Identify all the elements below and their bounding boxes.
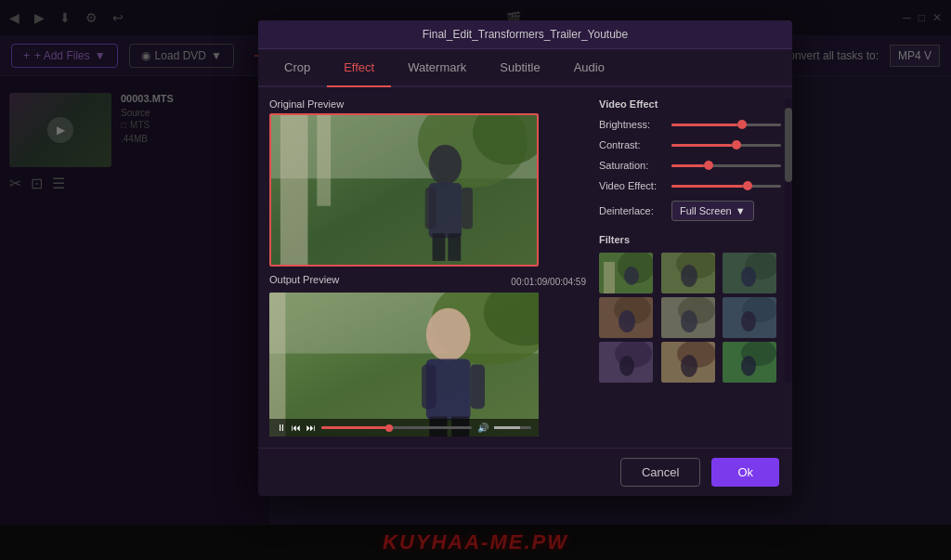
original-preview-label: Original Preview [269,98,586,110]
contrast-row: Contrast: [599,139,781,150]
brightness-label: Brightness: [599,119,666,130]
original-preview-video [269,113,539,267]
tab-audio[interactable]: Audio [557,49,621,85]
saturation-slider[interactable] [671,164,781,167]
pause-button[interactable]: ⏸ [277,423,286,433]
video-effect-thumb[interactable] [743,181,752,190]
filter-thumb-6[interactable] [723,297,776,338]
filters-grid [599,253,781,383]
saturation-label: Saturation: [599,160,666,171]
saturation-thumb[interactable] [704,161,713,170]
svg-rect-9 [462,188,473,228]
deinterlace-value: Full Screen [680,205,732,216]
svg-point-26 [624,267,639,285]
volume-icon[interactable]: 🔊 [477,423,489,433]
video-timestamp: 00:01:09/00:04:59 [511,277,586,287]
output-preview-label: Output Preview [269,274,339,285]
svg-point-17 [426,308,471,361]
volume-fill [494,426,520,429]
progress-thumb [385,424,393,432]
tab-crop[interactable]: Crop [267,49,327,85]
svg-rect-8 [425,188,436,228]
video-effect-title: Video Effect [599,98,781,110]
filter-thumb-5[interactable] [661,297,715,338]
tab-watermark[interactable]: Watermark [391,49,483,85]
svg-rect-19 [422,365,436,410]
filters-section: Filters [599,234,781,383]
output-preview-video: ⏸ ⏮ ⏭ 🔊 [269,293,539,436]
filter-thumb-7[interactable] [599,342,653,383]
filter-thumb-8[interactable] [661,342,715,383]
filter-thumb-9[interactable] [723,342,776,383]
dialog-body: Original Preview [258,87,792,448]
svg-point-32 [741,267,756,287]
preview-panel: Original Preview [269,98,586,436]
scrollbar-track [785,98,792,383]
tab-audio-label: Audio [574,60,605,74]
svg-point-41 [741,311,756,332]
saturation-row: Saturation: [599,160,781,171]
svg-point-38 [681,310,697,332]
output-video-svg [269,293,539,436]
svg-point-47 [681,355,697,377]
svg-rect-14 [269,293,285,436]
svg-rect-25 [604,262,615,293]
scrollbar-thumb[interactable] [785,108,792,182]
tab-watermark-label: Watermark [408,60,466,74]
contrast-label: Contrast: [599,139,666,150]
video-effect-slider[interactable] [671,185,781,188]
filter-thumb-1[interactable] [599,253,653,293]
svg-point-44 [619,356,634,376]
dropdown-arrow-icon: ▼ [736,205,746,216]
deinterlace-row: Deinterlace: Full Screen ▼ [599,201,781,221]
volume-bar[interactable] [494,426,531,429]
filters-title: Filters [599,234,781,245]
brightness-slider[interactable] [671,124,781,126]
tab-subtitle[interactable]: Subtitle [483,49,556,85]
saturation-fill [671,164,704,167]
filter-thumb-2[interactable] [661,253,715,293]
prev-frame-button[interactable]: ⏮ [292,423,301,433]
svg-point-35 [619,310,635,332]
dialog-title: Final_Edit_Transformers_Trailer_Youtube [423,28,628,41]
effect-dialog: Final_Edit_Transformers_Trailer_Youtube … [258,20,792,496]
svg-rect-10 [433,233,446,261]
ok-button[interactable]: Ok [711,458,779,487]
filter-thumb-4[interactable] [599,297,653,338]
svg-rect-3 [317,115,331,206]
progress-fill [321,426,389,429]
brightness-row: Brightness: [599,119,781,130]
original-preview-section: Original Preview [269,98,586,267]
original-video-content [271,115,537,265]
filter-thumb-3[interactable] [723,253,776,293]
cancel-button[interactable]: Cancel [620,458,700,487]
settings-panel: Video Effect Brightness: Contrast: [586,98,781,436]
brightness-fill [671,124,737,126]
svg-rect-2 [280,115,308,265]
svg-point-6 [429,145,462,185]
contrast-slider[interactable] [671,144,781,147]
video-effect-label: Video Effect: [599,180,666,191]
contrast-fill [671,144,732,147]
next-frame-button[interactable]: ⏭ [306,423,316,433]
tab-subtitle-label: Subtitle [500,60,540,74]
output-preview-section: Output Preview 00:01:09/00:04:59 [269,274,586,436]
video-effect-row: Video Effect: [599,180,781,191]
svg-point-29 [681,265,697,287]
dialog-titlebar: Final_Edit_Transformers_Trailer_Youtube [258,20,792,49]
svg-point-50 [741,356,756,376]
output-preview-header: Output Preview 00:01:09/00:04:59 [269,274,586,289]
brightness-thumb[interactable] [737,120,747,129]
svg-rect-20 [471,365,486,410]
scrollable-settings: Video Effect Brightness: Contrast: [599,98,781,383]
tab-effect-label: Effect [344,60,374,74]
dialog-tabs: Crop Effect Watermark Subtitle Audio [258,49,792,87]
contrast-thumb[interactable] [732,140,741,150]
video-effect-fill [671,185,743,188]
tab-effect[interactable]: Effect [327,49,391,85]
video-controls: ⏸ ⏮ ⏭ 🔊 [269,419,539,436]
deinterlace-dropdown[interactable]: Full Screen ▼ [671,201,754,221]
video-progress-bar[interactable] [321,426,472,429]
tab-crop-label: Crop [284,60,310,74]
svg-rect-11 [448,233,461,261]
